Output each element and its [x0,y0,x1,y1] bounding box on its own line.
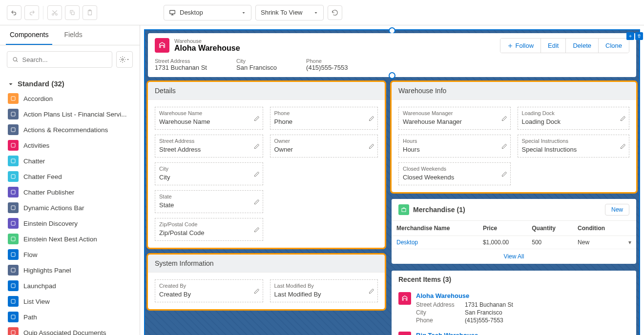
sidebar-item[interactable]: Highlights Panel [0,262,140,278]
copy-button[interactable] [65,5,80,20]
pencil-icon[interactable] [254,227,260,233]
pencil-icon[interactable] [620,143,626,149]
recent-item-name[interactable]: Big Tech Warehouse [416,332,629,335]
field-box[interactable]: Closed WeekendsClosed Weekends [398,162,511,185]
undo-button[interactable] [7,5,21,20]
sidebar-item[interactable]: Chatter [0,153,140,169]
svg-rect-23 [11,331,15,335]
row-menu-icon[interactable]: ▾ [628,239,631,246]
sidebar-item[interactable]: Actions & Recommendations [0,122,140,138]
sidebar-item[interactable]: Chatter Feed [0,169,140,184]
recent-item-name[interactable]: Aloha Warehouse [416,292,629,299]
field-box[interactable]: Last Modified ByLast Modified By [270,279,378,302]
pencil-icon[interactable] [501,171,507,177]
refresh-button[interactable] [328,5,342,20]
column-header[interactable]: Price [478,221,527,236]
pencil-icon[interactable] [501,143,507,149]
pencil-icon[interactable] [369,116,374,121]
column-header[interactable]: Condition [573,221,623,236]
field-label: City [236,58,277,64]
field-box[interactable]: OwnerOwner [270,135,378,158]
component-icon [8,124,19,135]
column-header[interactable]: Quantity [527,221,573,236]
new-button[interactable]: New [605,204,629,216]
field-box[interactable]: HoursHours [398,135,511,158]
column-header[interactable]: Merchandise Name [392,221,478,236]
pencil-icon[interactable] [254,288,260,294]
recent-items-card[interactable]: Recent Items (3) Aloha WarehouseStreet A… [392,271,636,335]
zoom-select[interactable]: Shrink To View [255,5,324,20]
field-label: Warenouse Manager [403,110,506,116]
field-box[interactable]: PhonePhone [270,107,378,130]
merchandise-card[interactable]: Merchandise (1) New Merchandise NamePric… [392,199,636,264]
paste-button[interactable] [83,5,97,20]
tab-fields[interactable]: Fields [60,25,86,45]
pencil-icon[interactable] [501,116,507,121]
sidebar-item[interactable]: Einstein Discovery [0,216,140,231]
field-box[interactable]: Special InstructionsSpecial Instructions [518,135,630,158]
field-label: Street Address [159,138,259,144]
sidebar-item[interactable]: Accordion [0,91,140,106]
delete-button[interactable]: Delete [566,39,599,53]
cut-button[interactable] [47,5,62,20]
field-box[interactable]: Street AddressStreet Address [155,135,263,158]
section-standard[interactable]: Standard (32) [0,74,140,91]
tab-components[interactable]: Components [6,25,52,45]
svg-point-6 [13,58,17,61]
component-icon [8,156,19,166]
svg-rect-10 [11,128,15,132]
field-box[interactable]: Created ByCreated By [155,279,263,302]
warehouse-info-card[interactable]: Warehouse Info Warenouse ManagerWarehous… [392,82,636,192]
recent-item[interactable]: Aloha WarehouseStreet Address1731 Buchan… [392,288,636,328]
chevron-down-icon [241,10,246,15]
merchandise-link[interactable]: Desktop [396,239,418,246]
highlights-panel[interactable]: ＋ Warehouse Aloha Warehouse [148,33,636,77]
svg-rect-12 [11,159,15,163]
pencil-icon[interactable] [254,116,260,121]
sidebar-item[interactable]: Activities [0,138,140,153]
sidebar-item[interactable]: Launchpad [0,278,140,294]
search-input[interactable] [22,56,107,63]
pencil-icon[interactable] [369,288,374,294]
add-component-icon[interactable]: ＋ [626,32,634,40]
edit-button[interactable]: Edit [541,39,566,53]
details-card[interactable]: Details Warehouse NameWarehouse NameStre… [148,82,385,248]
pencil-icon[interactable] [254,171,260,177]
component-icon [8,202,19,213]
sidebar-item-label: Dynamic Actions Bar [23,204,84,212]
redo-button[interactable] [24,5,39,20]
sidebar-item[interactable]: Action Plans List - Financial Servi... [0,106,140,122]
field-value: City [159,174,259,181]
field-box[interactable]: Warenouse ManagerWarehouse Manager [398,107,511,130]
sidebar-item[interactable]: Dynamic Actions Bar [0,200,140,216]
field-box[interactable]: Warehouse NameWarehouse Name [155,107,263,130]
pencil-icon[interactable] [369,143,374,149]
field-box[interactable]: Loading DockLoading Dock [518,107,630,130]
field-value: State [159,201,259,209]
sidebar-item[interactable]: Einstein Next Best Action [0,231,140,247]
system-info-card[interactable]: System Information Created ByCreated By … [148,255,385,309]
field-box[interactable]: StateState [155,190,263,213]
sidebar-item[interactable]: List View [0,294,140,309]
settings-button[interactable] [116,51,133,68]
field-label: Hours [403,138,506,144]
field-value: Warehouse Name [159,118,259,125]
field-box[interactable]: Zip/Postal CodeZip/Postal Code [155,218,263,241]
field-label: City [159,166,259,172]
card-title: Details [148,82,385,100]
device-select[interactable]: Desktop [164,5,251,20]
delete-component-icon[interactable] [635,32,643,40]
clone-button[interactable]: Clone [599,39,629,53]
sidebar-item[interactable]: Chatter Publisher [0,184,140,200]
sidebar-item[interactable]: Flow [0,247,140,262]
pencil-icon[interactable] [254,143,260,149]
view-all-link[interactable]: View All [504,253,524,260]
follow-button[interactable]: Follow [500,39,541,53]
sidebar-item[interactable]: Path [0,309,140,325]
sidebar-item-label: Einstein Next Best Action [23,236,97,243]
recent-item[interactable]: Big Tech Warehouse [392,328,636,335]
sidebar-item[interactable]: Quip Associated Documents [0,325,140,335]
field-box[interactable]: CityCity [155,162,263,185]
pencil-icon[interactable] [254,199,260,205]
pencil-icon[interactable] [620,116,626,121]
